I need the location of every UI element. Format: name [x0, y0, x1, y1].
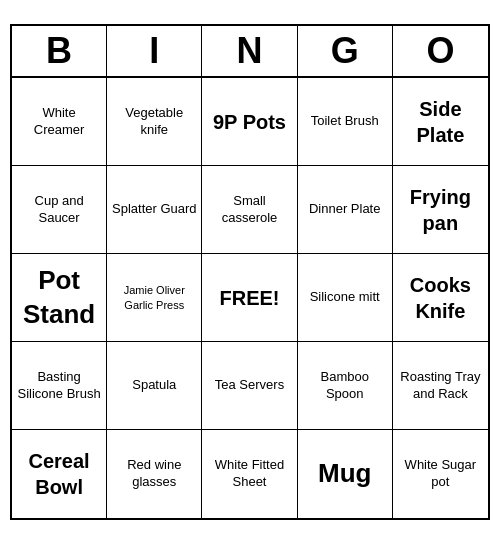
- bingo-cell: Cereal Bowl: [12, 430, 107, 518]
- header-letter: N: [202, 26, 297, 76]
- bingo-cell: Splatter Guard: [107, 166, 202, 254]
- header-letter: I: [107, 26, 202, 76]
- bingo-cell: 9P Pots: [202, 78, 297, 166]
- bingo-cell: Mug: [298, 430, 393, 518]
- bingo-cell: Dinner Plate: [298, 166, 393, 254]
- bingo-cell: Cup and Saucer: [12, 166, 107, 254]
- bingo-cell: Basting Silicone Brush: [12, 342, 107, 430]
- bingo-cell: Jamie Oliver Garlic Press: [107, 254, 202, 342]
- header-letter: O: [393, 26, 488, 76]
- bingo-cell: Toilet Brush: [298, 78, 393, 166]
- bingo-cell: Roasting Tray and Rack: [393, 342, 488, 430]
- bingo-header: BINGO: [12, 26, 488, 78]
- bingo-cell: White Sugar pot: [393, 430, 488, 518]
- header-letter: B: [12, 26, 107, 76]
- bingo-cell: Bamboo Spoon: [298, 342, 393, 430]
- bingo-cell: Side Plate: [393, 78, 488, 166]
- bingo-grid: White CreamerVegetable knife9P PotsToile…: [12, 78, 488, 518]
- bingo-cell: Cooks Knife: [393, 254, 488, 342]
- bingo-card: BINGO White CreamerVegetable knife9P Pot…: [10, 24, 490, 520]
- bingo-cell: Silicone mitt: [298, 254, 393, 342]
- header-letter: G: [298, 26, 393, 76]
- bingo-cell: White Fitted Sheet: [202, 430, 297, 518]
- bingo-cell: Tea Servers: [202, 342, 297, 430]
- bingo-cell: Pot Stand: [12, 254, 107, 342]
- bingo-cell: Frying pan: [393, 166, 488, 254]
- bingo-cell: Small casserole: [202, 166, 297, 254]
- bingo-cell: FREE!: [202, 254, 297, 342]
- bingo-cell: Red wine glasses: [107, 430, 202, 518]
- bingo-cell: White Creamer: [12, 78, 107, 166]
- bingo-cell: Spatula: [107, 342, 202, 430]
- bingo-cell: Vegetable knife: [107, 78, 202, 166]
